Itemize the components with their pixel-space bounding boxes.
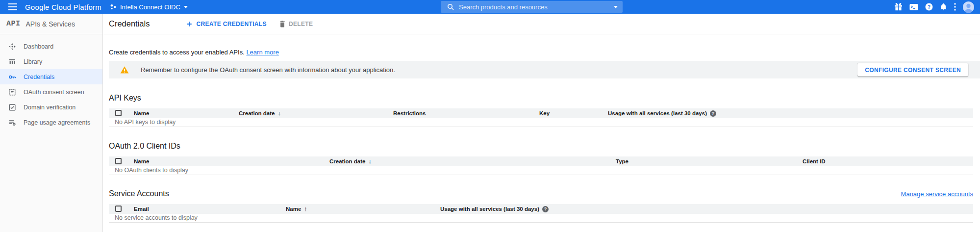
chevron-down-icon[interactable] [614,6,618,8]
banner-message: Remember to configure the OAuth consent … [141,66,395,74]
sidebar-item-page-usage-agreements[interactable]: Page usage agreements [0,115,102,130]
key-icon [8,73,16,81]
column-name[interactable]: Name [134,156,149,166]
column-restrictions[interactable]: Restrictions [393,108,426,118]
sidebar-item-credentials[interactable]: Credentials [0,69,102,84]
column-email[interactable]: Email [134,204,149,214]
api-keys-section: API Keys Name Creation date ↓ Restrictio… [109,94,973,127]
column-name[interactable]: Name ↑ [286,204,307,214]
sidebar-item-label: Page usage agreements [24,119,90,126]
oauth-table-header: Name Creation date ↓ Type Client ID [109,156,973,166]
help-icon[interactable]: ? [925,3,933,11]
more-options-kebab-icon[interactable] [954,3,956,11]
search-input[interactable] [459,3,614,11]
column-creation-date[interactable]: Creation date ↓ [239,108,281,118]
checkbox-check-icon [8,103,16,111]
cloud-shell-icon[interactable] [909,3,918,11]
project-name: Intella Connect OIDC [120,3,180,11]
service-accounts-table-header: Email Name ↑ Usage with all services (la… [109,204,973,214]
sidebar-item-label: OAuth consent screen [24,89,84,96]
select-all-checkbox[interactable] [115,206,122,212]
project-selector[interactable]: Intella Connect OIDC [110,3,188,11]
section-title: OAuth 2.0 Client IDs [109,142,973,151]
section-title: Service Accounts [109,189,169,198]
sort-descending-icon: ↓ [278,108,281,118]
empty-state-text: No service accounts to display [109,214,973,223]
select-all-checkbox[interactable] [115,158,122,164]
main-content: Credentials CREATE CREDENTIALS DELETE Cr… [103,14,980,232]
product-name[interactable]: Google Cloud Platform [25,3,101,11]
gift-icon[interactable] [894,3,903,11]
trash-icon [279,21,285,27]
help-circle-icon[interactable]: ? [542,206,549,212]
sidebar-item-library[interactable]: Library [0,54,102,69]
empty-state-text: No OAuth clients to display [109,166,973,175]
sidebar-item-oauth-consent-screen[interactable]: OAuth consent screen [0,84,102,100]
column-usage[interactable]: Usage with all services (last 30 days) ? [608,108,716,118]
sidebar-nav: Dashboard Library Credentials [0,34,102,130]
column-client-id[interactable]: Client ID [803,156,826,166]
consent-screen-icon [8,88,16,96]
column-usage[interactable]: Usage with all services (last 30 days) ? [440,204,549,214]
page-title: Credentials [109,19,150,28]
column-key[interactable]: Key [539,108,550,118]
column-creation-date[interactable]: Creation date ↓ [329,156,372,166]
sort-ascending-icon: ↑ [304,204,307,214]
oauth-warning-banner: Remember to configure the OAuth consent … [109,61,980,78]
list-gear-icon [8,119,16,127]
learn-more-link[interactable]: Learn more [246,49,278,56]
menu-icon[interactable] [8,3,17,10]
project-icon [110,3,117,10]
delete-button[interactable]: DELETE [279,21,313,27]
api-logo: API [6,20,21,28]
plus-icon [186,21,193,27]
sidebar-title: APIs & Services [26,20,75,28]
service-accounts-section: Service Accounts Manage service accounts… [109,189,973,223]
column-name[interactable]: Name [134,108,149,118]
sidebar-item-label: Credentials [24,74,54,80]
configure-consent-screen-button[interactable]: CONFIGURE CONSENT SCREEN [857,63,968,77]
sidebar-header: API APIs & Services [0,14,102,34]
app-header: Google Cloud Platform Intella Connect OI… [0,0,980,14]
create-credentials-button[interactable]: CREATE CREDENTIALS [186,21,266,27]
sidebar-item-label: Domain verification [24,104,75,111]
oauth-clients-section: OAuth 2.0 Client IDs Name Creation date … [109,142,973,175]
search-bar[interactable] [441,1,623,13]
header-actions: ? [894,0,974,14]
svg-text:?: ? [928,4,930,10]
dashboard-icon [8,43,16,51]
help-circle-icon[interactable]: ? [710,110,716,117]
select-all-checkbox[interactable] [115,110,122,116]
avatar[interactable] [963,1,974,13]
notifications-bell-icon[interactable] [940,3,947,11]
sort-descending-icon: ↓ [369,156,372,166]
page-toolbar: Credentials CREATE CREDENTIALS DELETE [103,14,980,34]
sidebar-item-dashboard[interactable]: Dashboard [0,39,102,54]
warning-icon [120,66,129,74]
api-keys-table-header: Name Creation date ↓ Restrictions Key Us… [109,108,973,118]
sidebar: API APIs & Services Dashboard Library [0,14,103,232]
sidebar-item-domain-verification[interactable]: Domain verification [0,100,102,115]
column-type[interactable]: Type [616,156,628,166]
section-title: API Keys [109,94,973,103]
sidebar-item-label: Library [24,58,42,65]
manage-service-accounts-link[interactable]: Manage service accounts [901,190,973,198]
library-icon [8,58,16,66]
intro-text: Create credentials to access your enable… [109,49,980,56]
sidebar-item-label: Dashboard [24,43,53,50]
search-icon [447,3,454,10]
chevron-down-icon [184,6,188,8]
empty-state-text: No API keys to display [109,118,973,127]
service-accounts-header-row: Service Accounts Manage service accounts [109,189,973,198]
